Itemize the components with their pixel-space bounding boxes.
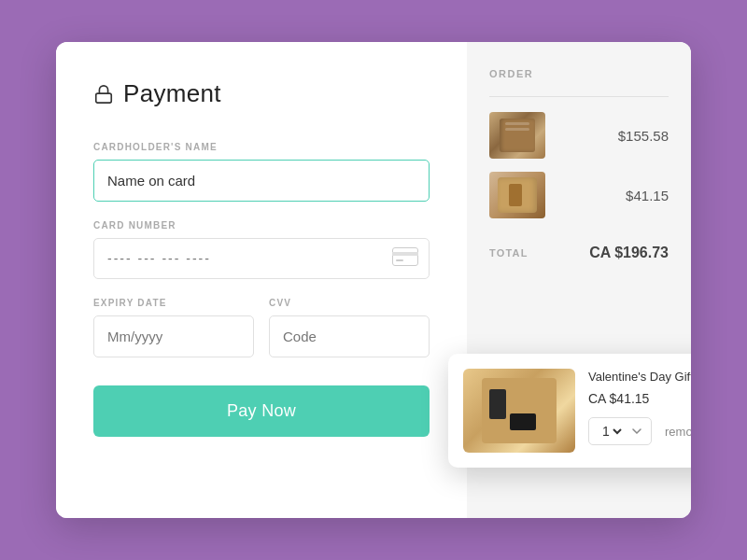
payment-title-row: Payment xyxy=(93,79,430,108)
pay-now-button[interactable]: Pay Now xyxy=(93,385,430,437)
svg-rect-0 xyxy=(96,93,112,103)
svg-rect-2 xyxy=(392,252,418,256)
svg-rect-1 xyxy=(393,248,418,266)
tooltip-qty-row: 1 2 3 4 5 remove xyxy=(588,417,691,445)
tooltip-product-name: Valentine's Day Gift for Him xyxy=(588,369,691,385)
order-panel: ORDER $155.58 $41.15 TOTAL CA $196.73 xyxy=(467,42,691,518)
item-2-price: $41.15 xyxy=(626,188,669,203)
tooltip-content: Valentine's Day Gift for Him CA $41.15 1… xyxy=(588,369,691,453)
card-number-input[interactable] xyxy=(93,238,430,279)
cvv-label: CVV xyxy=(269,298,430,308)
expiry-cvv-row: EXPIRY DATE CVV xyxy=(93,298,430,376)
quantity-dropdown[interactable]: 1 2 3 4 5 xyxy=(599,423,625,440)
item-1-price: $155.58 xyxy=(618,128,669,144)
tooltip-image xyxy=(463,369,575,453)
cardholder-label: CARDHOLDER'S NAME xyxy=(93,142,430,152)
item-1-thumbnail xyxy=(489,112,545,159)
card-number-field-group: CARD NUMBER xyxy=(93,220,430,279)
order-item-1: $155.58 xyxy=(489,112,669,159)
cardholder-field-group: CARDHOLDER'S NAME xyxy=(93,142,430,202)
order-title: ORDER xyxy=(489,68,669,79)
quantity-selector[interactable]: 1 2 3 4 5 xyxy=(588,417,652,445)
tooltip-card: Valentine's Day Gift for Him CA $41.15 1… xyxy=(448,354,691,468)
card-number-label: CARD NUMBER xyxy=(93,220,430,231)
order-divider xyxy=(489,96,669,97)
remove-button[interactable]: remove xyxy=(665,425,691,439)
payment-card: Payment CARDHOLDER'S NAME CARD NUMBER xyxy=(56,42,691,518)
total-row: TOTAL CA $196.73 xyxy=(489,233,669,261)
cvv-input[interactable] xyxy=(269,315,430,357)
page-title: Payment xyxy=(123,79,221,108)
chevron-down-icon xyxy=(632,428,641,435)
order-item-2: $41.15 xyxy=(489,172,669,218)
cvv-field-group: CVV xyxy=(269,298,430,357)
item-2-image xyxy=(498,177,537,213)
item-2-thumbnail xyxy=(489,172,545,218)
item-1-image xyxy=(500,119,535,152)
credit-card-icon xyxy=(392,247,418,270)
svg-rect-3 xyxy=(396,259,403,261)
expiry-field-group: EXPIRY DATE xyxy=(93,298,254,357)
total-label: TOTAL xyxy=(489,247,529,259)
total-amount: CA $196.73 xyxy=(589,245,669,261)
card-number-wrapper xyxy=(93,238,430,279)
lock-icon xyxy=(93,84,114,105)
tooltip-product-price: CA $41.15 xyxy=(588,391,691,406)
expiry-input[interactable] xyxy=(93,315,254,357)
cardholder-input[interactable] xyxy=(93,160,430,202)
tooltip-product-image xyxy=(482,378,557,443)
expiry-label: EXPIRY DATE xyxy=(93,298,254,308)
payment-panel: Payment CARDHOLDER'S NAME CARD NUMBER xyxy=(56,42,467,518)
